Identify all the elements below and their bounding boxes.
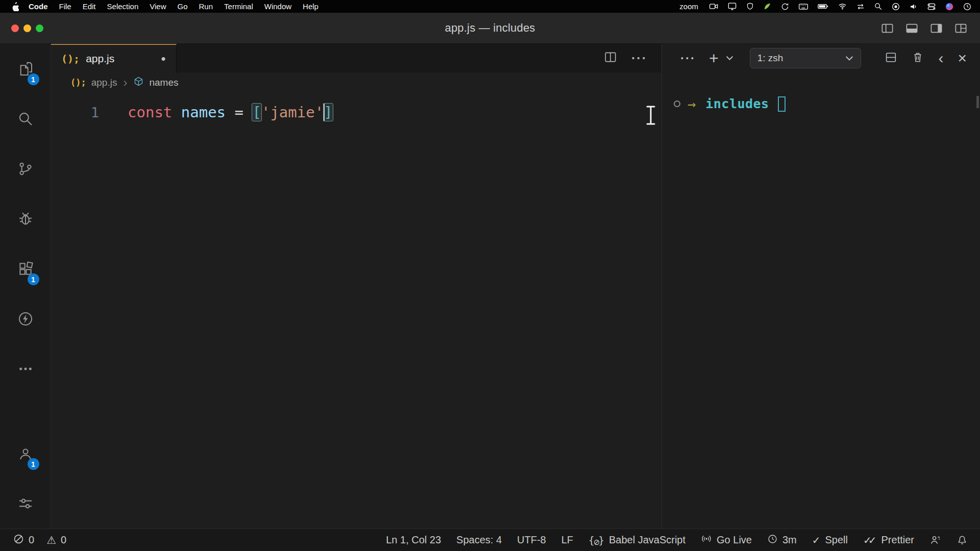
terminal-shell-dropdown[interactable]: 1: zsh [750,48,861,68]
customize-layout-icon[interactable] [954,21,968,35]
menu-window[interactable]: Window [259,2,297,11]
time-machine-icon[interactable] [780,2,790,11]
indentation-status[interactable]: Spaces: 4 [456,534,502,546]
menu-go[interactable]: Go [172,2,193,11]
eol-status[interactable]: LF [561,534,573,546]
breadcrumb-file[interactable]: app.js [91,77,117,88]
leaf-icon[interactable] [763,2,772,11]
cursor-position-status[interactable]: Ln 1, Col 23 [386,534,441,546]
status-bar-right: Ln 1, Col 23 Spaces: 4 UTF-8 LF {} Babel… [386,533,968,547]
terminal-scrollbar[interactable] [976,96,979,108]
spell-status[interactable]: ✓ Spell [812,534,848,546]
language-mode-label: Babel JavaScript [609,534,685,546]
code-editor[interactable]: 1 const names = ['jamie'] [51,93,662,529]
errors-status[interactable]: 0 [13,534,34,547]
menu-edit[interactable]: Edit [77,2,102,11]
toggle-secondary-sidebar-icon[interactable] [929,21,943,35]
menu-file[interactable]: File [54,2,77,11]
display-icon[interactable] [727,2,737,11]
code-line-text[interactable]: const names = ['jamie'] [107,104,333,121]
toggle-panel-icon[interactable] [905,21,919,35]
toggle-primary-sidebar-icon[interactable] [880,21,894,35]
kill-terminal-icon[interactable] [912,51,924,65]
keyboard-icon[interactable] [798,2,808,12]
window-titlebar[interactable]: app.js — includes [0,13,980,44]
wifi-icon[interactable] [838,2,847,11]
apple-menu-icon[interactable] [11,2,19,11]
prompt-status-circle-icon [674,101,680,107]
source-control-icon[interactable] [0,144,51,194]
accounts-icon[interactable]: 1 [0,429,51,479]
split-editor-icon[interactable] [604,51,617,66]
language-mode-status[interactable]: {} Babel JavaScript [589,534,685,546]
prettier-status[interactable]: ✓✓ Prettier [863,534,914,546]
accounts-badge: 1 [28,458,39,470]
go-live-status[interactable]: Go Live [701,533,752,547]
spotlight-icon[interactable] [874,2,883,11]
menu-run[interactable]: Run [193,2,219,11]
thunder-client-icon[interactable] [0,294,51,344]
spell-label: Spell [825,534,848,546]
volume-icon[interactable] [909,2,918,11]
more-actions-icon[interactable]: ··· [631,51,647,66]
go-live-label: Go Live [717,534,752,546]
feedback-person-icon[interactable] [929,534,941,546]
error-circle-slash-icon [13,534,24,547]
activity-bar-bottom: 1 [0,429,51,529]
double-check-icon: ✓✓ [863,534,873,546]
status-bar: 0 ⚠ 0 Ln 1, Col 23 Spaces: 4 UTF-8 LF {}… [0,529,980,551]
line-number: 1 [51,105,107,120]
shield-icon[interactable] [746,2,754,11]
code-token: ] [324,104,332,121]
extensions-icon[interactable]: 1 [0,244,51,294]
notifications-bell-icon[interactable] [957,535,968,546]
shell-dropdown-label: 1: zsh [757,53,841,64]
chevron-down-icon [845,53,853,64]
chevron-left-icon[interactable]: ‹ [938,51,943,66]
zoom-window-button[interactable] [36,24,43,32]
encoding-status[interactable]: UTF-8 [517,534,546,546]
terminal-body[interactable]: → includes [662,72,980,529]
status-bar-left: 0 ⚠ 0 [13,534,66,547]
menu-selection[interactable]: Selection [102,2,144,11]
symbol-cube-icon [133,76,144,89]
search-icon[interactable] [0,94,51,144]
traffic-lights [0,24,43,32]
minimize-window-button[interactable] [23,24,31,32]
terminal-prompt-line: → includes [674,96,980,112]
code-token: names [181,104,226,121]
switch-arrows-icon[interactable] [856,2,865,11]
terminal-cursor [778,96,786,112]
menu-code[interactable]: Code [23,2,54,11]
menu-terminal[interactable]: Terminal [218,2,259,11]
zoom-app-label[interactable]: zoom [679,2,698,11]
warnings-status[interactable]: ⚠ 0 [46,534,66,546]
menu-help[interactable]: Help [297,2,324,11]
new-terminal-dropdown-icon[interactable] [726,56,733,61]
battery-icon[interactable] [817,1,829,12]
record-icon[interactable] [891,2,900,11]
clock-icon[interactable] [963,2,972,11]
check-icon: ✓ [812,534,821,546]
control-center-icon[interactable] [927,2,936,11]
breadcrumb-symbol[interactable]: names [149,77,178,88]
terminal-tabs-menu-icon[interactable]: ··· [680,51,696,65]
modified-dot-icon[interactable]: ● [161,54,166,63]
close-window-button[interactable] [11,24,19,32]
close-panel-icon[interactable]: × [958,51,967,66]
timer-label: 3m [782,534,797,546]
more-views-icon[interactable] [0,344,51,394]
settings-icon[interactable] [0,479,51,529]
explorer-icon[interactable]: 1 [0,44,51,94]
timer-status[interactable]: 3m [767,534,797,547]
titlebar-layout-controls [880,21,980,35]
terminal-panel: ··· + 1: zsh ‹ × → includes [662,44,980,529]
menu-view[interactable]: View [144,2,172,11]
siri-icon[interactable] [945,2,954,11]
breadcrumb: (); app.js › names [51,72,662,93]
tab-app-js[interactable]: (); app.js ● [51,44,177,72]
new-terminal-icon[interactable]: + [709,50,719,66]
video-icon[interactable] [709,2,719,11]
split-terminal-icon[interactable] [885,51,897,66]
run-and-debug-icon[interactable] [0,194,51,244]
